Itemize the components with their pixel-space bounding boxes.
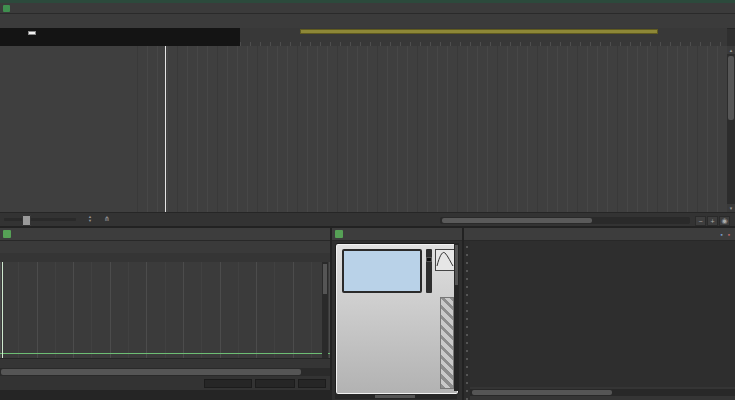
drum-machine-device — [335, 243, 459, 395]
chopper-cursor[interactable] — [2, 262, 3, 358]
track-view: ▴ ▾ — [0, 46, 735, 212]
app-icon — [3, 5, 10, 12]
tempo-slider-handle[interactable] — [22, 215, 31, 226]
pitch-slider[interactable] — [426, 249, 432, 293]
scrollbar-thumb[interactable] — [442, 218, 592, 223]
chopper-panel — [0, 228, 332, 400]
synth-plug-icon: ▪ — [728, 231, 730, 238]
project-key-control[interactable]: ⋔ — [104, 215, 112, 223]
synth-vertical-scrollbar[interactable] — [454, 243, 459, 391]
loop-region-bar[interactable] — [300, 29, 658, 34]
soft-synth-icon — [335, 230, 343, 238]
synth-title-bar — [332, 228, 462, 241]
acid-daw-window: ▴ ▾ ▲▼ ⋔ − + ◉ — [0, 0, 735, 400]
tempo-slider[interactable] — [4, 218, 76, 221]
tempo-spinner[interactable]: ▲▼ — [88, 215, 92, 223]
chopper-selection-end-box[interactable] — [298, 379, 326, 388]
timeline-horizontal-scrollbar[interactable] — [440, 217, 690, 224]
waveform-graphic — [0, 266, 326, 354]
mixer-channel-strips — [470, 241, 735, 387]
scrollbar-thumb[interactable] — [375, 395, 415, 398]
soft-synth-panel — [332, 228, 464, 400]
time-at-cursor-tooltip — [28, 31, 36, 35]
chopper-selection-length-box[interactable] — [255, 379, 295, 388]
scrollbar-thumb[interactable] — [728, 56, 734, 120]
chopper-selection-start-box[interactable] — [204, 379, 252, 388]
menu-bar — [0, 3, 735, 14]
tempo-controls: ▲▼ ⋔ — [4, 215, 112, 223]
time-display-panel[interactable] — [0, 28, 241, 46]
waveform-baseline — [0, 353, 330, 354]
chopper-vertical-scrollbar[interactable] — [322, 262, 328, 358]
chopper-time-ruler — [0, 358, 330, 368]
chopper-waveform[interactable] — [0, 262, 330, 358]
playhead-cursor[interactable] — [165, 46, 166, 212]
scrollbar-thumb[interactable] — [1, 369, 301, 375]
mixing-console-panel: ▪ ▪ — [464, 228, 735, 400]
tuning-fork-icon: ⋔ — [104, 215, 110, 223]
timeline-lanes[interactable] — [137, 46, 727, 212]
chopper-icon — [3, 230, 11, 238]
scroll-up-icon[interactable]: ▴ — [727, 46, 735, 54]
mixer-title-bar: ▪ ▪ — [464, 228, 735, 241]
window-docking-tabs — [0, 390, 334, 400]
chopper-horizontal-scrollbar[interactable] — [0, 368, 330, 376]
zoom-in-icon[interactable]: + — [707, 216, 718, 226]
insert-input-bus-button[interactable]: ▪ — [720, 231, 724, 238]
mixer-horizontal-scrollbar[interactable] — [470, 389, 735, 396]
bus-plug-icon: ▪ — [720, 231, 722, 238]
insert-soft-synth-button[interactable]: ▪ — [728, 231, 732, 238]
chopper-title-bar — [0, 228, 330, 241]
timeline-ruler[interactable] — [240, 28, 727, 47]
chopper-transport — [0, 377, 330, 390]
scrollbar-thumb[interactable] — [323, 264, 327, 294]
scroll-down-icon[interactable]: ▾ — [727, 204, 735, 212]
zoom-out-icon[interactable]: − — [695, 216, 706, 226]
drum-engine-lcd — [342, 249, 422, 293]
track-vertical-scrollbar[interactable]: ▴ ▾ — [727, 46, 735, 212]
synth-horizontal-scrollbar[interactable] — [335, 394, 457, 399]
device-grip — [440, 297, 454, 389]
pitch-slider-knob[interactable] — [426, 257, 432, 262]
scrollbar-thumb[interactable] — [472, 390, 612, 395]
main-toolbar — [0, 14, 735, 29]
scrollbar-thumb[interactable] — [455, 245, 458, 285]
track-header-list — [0, 46, 137, 212]
timeline-bottom-bar: ▲▼ ⋔ − + ◉ — [0, 212, 735, 228]
zoom-tool-icon[interactable]: ◉ — [719, 216, 730, 226]
drum-pad-grid — [342, 297, 436, 389]
